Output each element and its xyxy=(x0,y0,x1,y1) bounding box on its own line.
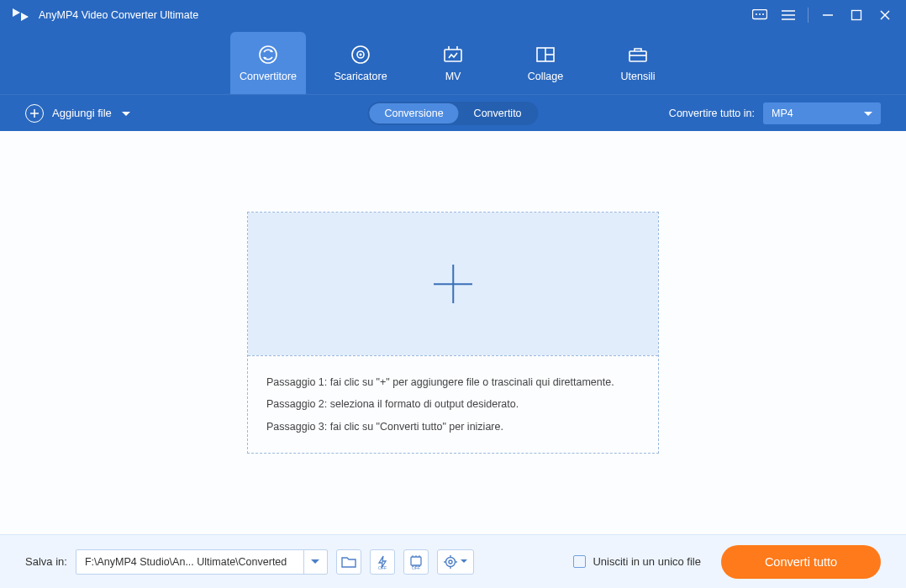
merge-files-checkbox[interactable]: Unisciti in un unico file xyxy=(573,555,701,568)
svg-point-14 xyxy=(360,54,362,56)
title-bar: AnyMP4 Video Converter Ultimate xyxy=(0,0,906,30)
tab-label: MV xyxy=(445,71,461,82)
segment-conversion[interactable]: Conversione xyxy=(369,103,458,123)
svg-point-11 xyxy=(260,46,277,63)
svg-text:OFF: OFF xyxy=(378,565,387,570)
output-path-value: F:\AnyMP4 Studio\An... Ultimate\Converte… xyxy=(76,556,303,568)
open-folder-button[interactable] xyxy=(336,549,361,575)
output-path-dropdown[interactable] xyxy=(303,550,327,574)
svg-text:OFF: OFF xyxy=(412,565,420,570)
main-tabs: Convertitore Scaricatore MV Collage Uten… xyxy=(0,30,906,94)
feedback-button[interactable] xyxy=(745,0,774,30)
instruction-step-3: Passaggio 3: fai clic su "Converti tutto… xyxy=(266,416,640,438)
format-selected-value: MP4 xyxy=(772,108,793,119)
output-path-field[interactable]: F:\AnyMP4 Studio\An... Ultimate\Converte… xyxy=(76,549,328,575)
tab-label: Convertitore xyxy=(240,71,297,82)
tab-label: Utensili xyxy=(621,71,656,82)
tab-converter[interactable]: Convertitore xyxy=(230,32,306,94)
tab-downloader[interactable]: Scaricatore xyxy=(323,32,398,94)
converter-icon xyxy=(257,44,279,66)
mv-icon xyxy=(442,44,464,66)
tab-label: Collage xyxy=(528,71,563,82)
add-file-button[interactable]: Aggiungi file xyxy=(25,104,130,123)
plus-circle-icon xyxy=(25,104,44,123)
app-logo-title: AnyMP4 Video Converter Ultimate xyxy=(10,5,198,25)
segment-converted[interactable]: Convertito xyxy=(459,103,537,123)
svg-point-2 xyxy=(759,13,761,15)
checkbox-icon xyxy=(573,555,586,568)
output-format-dropdown[interactable]: MP4 xyxy=(763,102,881,124)
svg-point-35 xyxy=(449,560,452,564)
merge-label: Unisciti in un unico file xyxy=(593,555,701,568)
collage-icon xyxy=(535,44,556,66)
svg-point-1 xyxy=(756,13,757,15)
instructions-panel: Passaggio 1: fai clic su "+" per aggiung… xyxy=(248,355,658,453)
minimize-button[interactable] xyxy=(814,0,842,30)
dropzone: Passaggio 1: fai clic su "+" per aggiung… xyxy=(247,212,659,454)
app-title: AnyMP4 Video Converter Ultimate xyxy=(39,9,198,21)
svg-point-3 xyxy=(762,13,764,15)
svg-rect-26 xyxy=(411,557,421,565)
add-file-label: Aggiungi file xyxy=(52,107,112,119)
svg-point-34 xyxy=(446,557,456,566)
tab-toolbox[interactable]: Utensili xyxy=(600,32,676,94)
gpu-accel-button[interactable]: OFF xyxy=(403,549,429,575)
convert-all-button[interactable]: Converti tutto xyxy=(721,545,881,579)
menu-button[interactable] xyxy=(774,0,803,30)
convert-all-to-label: Convertire tutto in: xyxy=(669,108,755,119)
save-to-label: Salva in: xyxy=(25,555,67,568)
workspace: Passaggio 1: fai clic su "+" per aggiung… xyxy=(0,131,906,534)
tab-label: Scaricatore xyxy=(334,71,387,82)
toolbox-icon xyxy=(627,44,649,66)
app-logo-icon xyxy=(10,5,30,25)
instruction-step-1: Passaggio 1: fai clic su "+" per aggiung… xyxy=(266,371,640,393)
hardware-accel-button[interactable]: OFF xyxy=(370,549,395,575)
svg-rect-8 xyxy=(852,11,861,20)
add-file-dropzone[interactable] xyxy=(248,213,658,355)
plus-icon xyxy=(434,265,472,303)
bottom-bar: Salva in: F:\AnyMP4 Studio\An... Ultimat… xyxy=(0,534,906,588)
close-button[interactable] xyxy=(871,0,899,30)
chevron-down-icon xyxy=(864,108,872,119)
sub-toolbar: Aggiungi file Conversione Convertito Con… xyxy=(0,94,906,131)
tab-collage[interactable]: Collage xyxy=(508,32,583,94)
chevron-down-icon xyxy=(122,107,130,119)
tab-mv[interactable]: MV xyxy=(415,32,491,94)
maximize-button[interactable] xyxy=(842,0,871,30)
conversion-segment: Conversione Convertito xyxy=(367,102,538,125)
svg-rect-21 xyxy=(629,51,646,61)
settings-button[interactable] xyxy=(437,549,474,575)
downloader-icon xyxy=(350,44,371,66)
instruction-step-2: Passaggio 2: seleziona il formato di out… xyxy=(266,393,640,415)
